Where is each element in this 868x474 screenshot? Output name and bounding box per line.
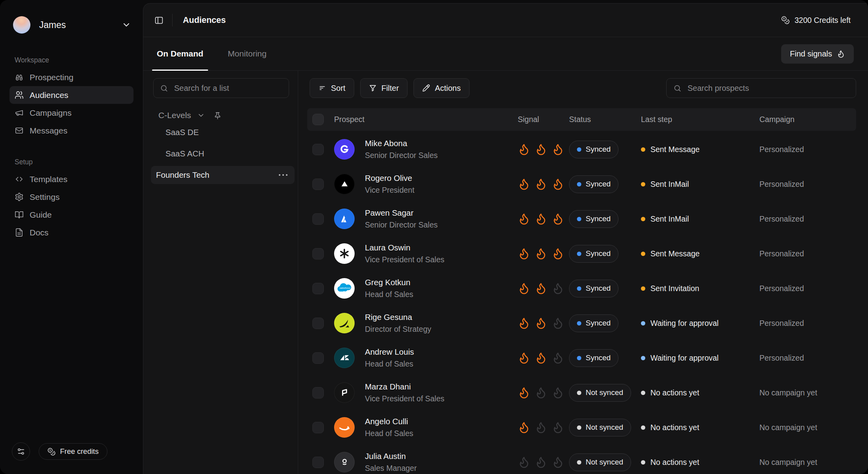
last-step-cell: Sent Invitation (637, 284, 755, 293)
table-row[interactable]: Marza DhaniVice President of SalesNot sy… (307, 375, 856, 410)
status-badge: Synced (569, 210, 618, 228)
sidebar-item-prospecting[interactable]: Prospecting (9, 68, 133, 86)
sidebar-item-audiences[interactable]: Audiences (9, 86, 133, 104)
prospect-name[interactable]: Pawen Sagar (365, 208, 438, 218)
last-step-dot (641, 147, 645, 152)
find-signals-button[interactable]: Find signals (781, 44, 854, 64)
table-row[interactable]: Angelo CulliHead of SalesNot syncedNo ac… (307, 410, 856, 445)
svg-text:salesforce: salesforce (339, 287, 350, 290)
flame-icon (552, 352, 564, 364)
status-label: Synced (586, 214, 611, 223)
flame-icon (518, 421, 530, 434)
table-row[interactable]: Pawen SagarSenior Director SalesSyncedSe… (307, 201, 856, 236)
row-checkbox[interactable] (312, 213, 324, 225)
sidebar-item-campaigns[interactable]: Campaigns (9, 104, 133, 122)
ellipsis-icon[interactable] (279, 174, 287, 176)
prospect-name[interactable]: Rogero Olive (365, 173, 414, 184)
prospect-search-input[interactable] (687, 83, 849, 93)
table-row[interactable]: Julia AustinSales ManagerNot syncedNo ac… (307, 445, 856, 474)
status-dot (577, 217, 581, 221)
row-checkbox[interactable] (312, 422, 324, 433)
filter-button[interactable]: Filter (360, 78, 408, 98)
status-badge: Synced (569, 141, 618, 158)
table-row[interactable]: salesforceGreg KotkunHead of SalesSynced… (307, 271, 856, 306)
free-credits-button[interactable]: Free credits (39, 443, 107, 460)
funnel-icon (369, 84, 377, 92)
user-name: James (39, 20, 66, 30)
flame-icon (518, 213, 530, 225)
flame-icon (518, 317, 530, 329)
table-row[interactable]: Laura OswinVice President of SalesSynced… (307, 236, 856, 271)
flame-icon (837, 50, 845, 58)
sidebar-item-docs[interactable]: Docs (9, 224, 133, 241)
row-checkbox[interactable] (312, 387, 324, 399)
prospect-name[interactable]: Julia Austin (365, 451, 417, 462)
table-row[interactable]: Andrew LouisHead of SalesSyncedWaiting f… (307, 340, 856, 375)
prospect-name[interactable]: Greg Kotkun (365, 277, 413, 288)
row-checkbox[interactable] (312, 179, 324, 190)
sidebar-item-templates[interactable]: Templates (9, 170, 133, 188)
flame-icon (552, 282, 564, 295)
flame-icon (535, 421, 547, 434)
row-checkbox[interactable] (312, 457, 324, 468)
table-row[interactable]: Rige GesunaDirector of StrategySyncedWai… (307, 306, 856, 340)
table-toolbar: Sort Filter Actions (307, 78, 856, 98)
main-content: Audiences 3200 Credits left On Demand Mo… (143, 3, 868, 474)
actions-button[interactable]: Actions (413, 78, 470, 98)
row-checkbox[interactable] (312, 144, 324, 155)
sort-button[interactable]: Sort (310, 78, 354, 98)
prospect-name[interactable]: Rige Gesuna (365, 312, 431, 323)
flame-icon (552, 247, 564, 260)
last-step-dot (641, 425, 645, 430)
column-header-campaign[interactable]: Campaign (755, 115, 856, 124)
table-row[interactable]: Mike AbonaSenior Director SalesSyncedSen… (307, 132, 856, 167)
campaign-cell: No campaign yet (755, 458, 856, 467)
prospect-name[interactable]: Laura Oswin (365, 243, 444, 253)
prospect-name[interactable]: Angelo Culli (365, 416, 413, 427)
preferences-button[interactable] (12, 442, 30, 461)
last-step-cell: No actions yet (637, 458, 755, 467)
search-icon (673, 84, 682, 92)
user-menu[interactable]: James (13, 16, 131, 34)
status-badge: Synced (569, 314, 618, 332)
sidebar-item-messages[interactable]: Messages (9, 122, 133, 139)
column-header-prospect[interactable]: Prospect (332, 115, 511, 124)
prospect-name[interactable]: Mike Abona (365, 138, 438, 149)
row-checkbox[interactable] (312, 352, 324, 364)
select-all-checkbox[interactable] (312, 114, 324, 125)
column-header-signal[interactable]: Signal (511, 115, 566, 124)
sidebar-footer: Free credits (12, 442, 107, 461)
list-search-input[interactable] (173, 83, 282, 93)
prospect-name[interactable]: Marza Dhani (365, 382, 444, 392)
prospect-title: Sales Manager (365, 463, 417, 473)
lists-panel: C-Levels SaaS DE SaaS ACH Founders Tech (143, 71, 298, 474)
sidebar-toggle-button[interactable] (151, 12, 167, 28)
sidebar-item-settings[interactable]: Settings (9, 188, 133, 206)
tab-on-demand[interactable]: On Demand (157, 49, 203, 58)
table-row[interactable]: Rogero OliveVice PresidentSyncedSent InM… (307, 167, 856, 201)
list-item-founders-tech[interactable]: Founders Tech (151, 166, 295, 184)
list-item-saas-ach[interactable]: SaaS ACH (153, 145, 289, 163)
status-badge: Not synced (569, 419, 631, 436)
signal-flames (511, 247, 566, 260)
prospect-name[interactable]: Andrew Louis (365, 347, 414, 357)
status-badge: Synced (569, 280, 618, 297)
coins-icon (47, 448, 56, 456)
column-header-status[interactable]: Status (566, 115, 637, 124)
coins-icon (781, 16, 790, 24)
sidebar-item-label: Campaigns (30, 108, 71, 118)
row-checkbox[interactable] (312, 283, 324, 294)
campaign-cell: Personalized (755, 214, 856, 224)
sidebar-item-guide[interactable]: Guide (9, 206, 133, 224)
list-group-c-levels[interactable]: C-Levels (158, 111, 289, 120)
pin-icon[interactable] (213, 111, 222, 120)
list-item-label: SaaS ACH (165, 149, 204, 158)
row-checkbox[interactable] (312, 248, 324, 260)
salesforce-logo: salesforce (334, 278, 355, 299)
tab-monitoring[interactable]: Monitoring (228, 49, 267, 58)
row-checkbox[interactable] (312, 318, 324, 329)
list-item-saas-de[interactable]: SaaS DE (153, 123, 289, 141)
last-step-label: Sent Invitation (650, 284, 699, 293)
last-step-dot (641, 217, 645, 221)
column-header-last-step[interactable]: Last step (637, 115, 755, 124)
